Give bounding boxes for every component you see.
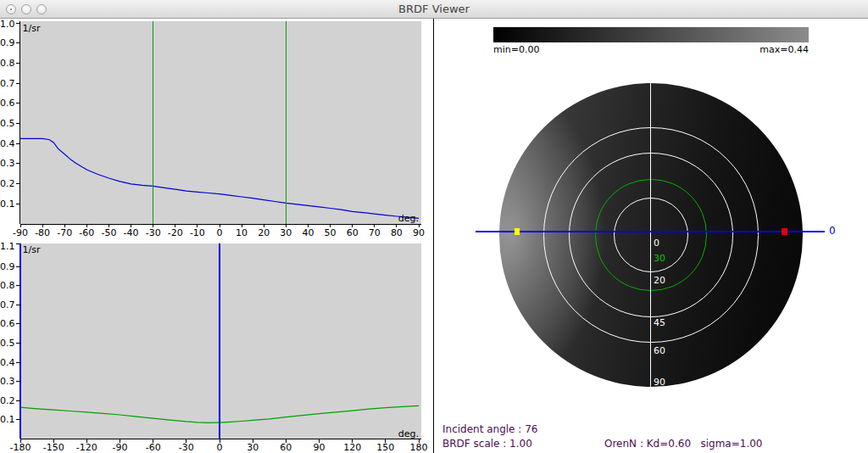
y-tick-label: 0.7 [0, 78, 15, 89]
x-tick-label: -50 [101, 227, 116, 238]
x-tick-label: 40 [302, 227, 314, 238]
x-tick-label: -30 [146, 227, 161, 238]
brdf-colorbar-gradient [493, 27, 809, 42]
y-tick-label: 0.5 [0, 338, 15, 349]
y-tick-label: 0.1 [0, 199, 15, 210]
x-tick-label: -60 [146, 442, 161, 453]
y-tick-label: 0.2 [0, 395, 15, 406]
brdf-scale-text: BRDF scale : 1.00 [442, 438, 532, 450]
x-tick-label: 60 [347, 227, 359, 238]
x-tick-label: 80 [391, 227, 403, 238]
x-tick-label: 10 [236, 227, 248, 238]
polar-angle-label-90: 90 [654, 377, 665, 388]
polar-angle-label-20: 20 [654, 275, 665, 286]
x-tick-label: 0 [217, 227, 223, 238]
y-tick-label: 0.8 [0, 58, 15, 69]
polar-angle-label-60: 60 [654, 345, 665, 356]
brdf-viewer-window: BRDF Viewer 0.10.20.30.40.50.60.70.80.91… [0, 0, 868, 453]
xlabel-deg: deg. [398, 428, 419, 439]
y-tick-label: 0.6 [0, 98, 15, 109]
panel-divider [433, 19, 434, 453]
plot-1[interactable]: 0.10.20.30.40.50.60.70.80.91.1-180-150-1… [0, 241, 428, 453]
x-tick-label: 50 [325, 227, 337, 238]
brdf-slice-plots[interactable]: 0.10.20.30.40.50.60.70.80.91.0-90-80-70-… [0, 19, 433, 453]
y-tick-label: 0.4 [0, 138, 15, 149]
y-tick-label: 0.8 [0, 280, 15, 291]
x-tick-label: -80 [35, 227, 50, 238]
y-tick-label: 0.3 [0, 376, 15, 387]
polar-angle-label-45: 45 [654, 317, 665, 328]
plot-0[interactable]: 0.10.20.30.40.50.60.70.80.91.0-90-80-70-… [0, 19, 425, 238]
x-tick-label: -90 [113, 442, 128, 453]
polar-angle-label-30: 30 [654, 253, 665, 264]
y-tick-label: 0.9 [0, 261, 15, 272]
x-tick-label: 0 [217, 442, 223, 453]
x-tick-label: 30 [280, 227, 292, 238]
incident-plane-line[interactable] [476, 231, 825, 232]
y-tick-label: 0.1 [0, 414, 15, 425]
plot-background [20, 21, 421, 224]
phi-axis-label: 0 [829, 225, 836, 237]
x-tick-label: 60 [280, 442, 292, 453]
incident-direction-marker[interactable] [515, 228, 520, 235]
x-tick-label: 150 [376, 442, 394, 453]
x-tick-label: -60 [79, 227, 94, 238]
polar-vertical-axis [650, 83, 651, 387]
x-tick-label: -70 [57, 227, 72, 238]
ylabel-unit: 1/sr [23, 23, 41, 34]
x-tick-label: -120 [76, 442, 97, 453]
y-tick-label: 0.2 [0, 178, 15, 189]
ylabel-unit: 1/sr [23, 244, 41, 255]
y-tick-label: 1.1 [0, 241, 15, 252]
x-tick-label: -10 [190, 227, 205, 238]
y-tick-label: 0.3 [0, 158, 15, 169]
x-tick-label: 20 [258, 227, 270, 238]
y-tick-label: 0.6 [0, 318, 15, 329]
x-tick-label: 90 [314, 442, 326, 453]
polar-angle-label-0: 0 [654, 238, 659, 249]
y-tick-label: 0.5 [0, 118, 15, 129]
x-tick-label: -150 [43, 442, 64, 453]
x-tick-label: 180 [410, 442, 428, 453]
xlabel-deg: deg. [398, 213, 419, 224]
y-tick-label: 0.4 [0, 357, 15, 368]
y-tick-label: 1.0 [0, 19, 15, 30]
x-tick-label: -20 [168, 227, 183, 238]
y-tick-label: 0.7 [0, 299, 15, 310]
reflection-direction-marker[interactable] [782, 228, 787, 235]
x-tick-label: -40 [124, 227, 139, 238]
incident-angle-text: Incident angle : 76 [442, 423, 537, 435]
y-tick-label: 0.9 [0, 37, 15, 48]
x-tick-label: 90 [413, 227, 425, 238]
colorbar-max-label: max=0.44 [724, 44, 809, 55]
window-title: BRDF Viewer [0, 0, 868, 18]
x-tick-label: -180 [10, 442, 31, 453]
x-tick-label: 120 [343, 442, 361, 453]
x-tick-label: -30 [179, 442, 194, 453]
model-parameters-text: OrenN : Kd=0.60 sigma=1.00 [604, 438, 762, 450]
x-tick-label: -90 [13, 227, 28, 238]
x-tick-label: 70 [369, 227, 381, 238]
colorbar-min-label: min=0.00 [493, 44, 539, 55]
window-titlebar[interactable]: BRDF Viewer [0, 0, 868, 19]
x-tick-label: 30 [247, 442, 259, 453]
